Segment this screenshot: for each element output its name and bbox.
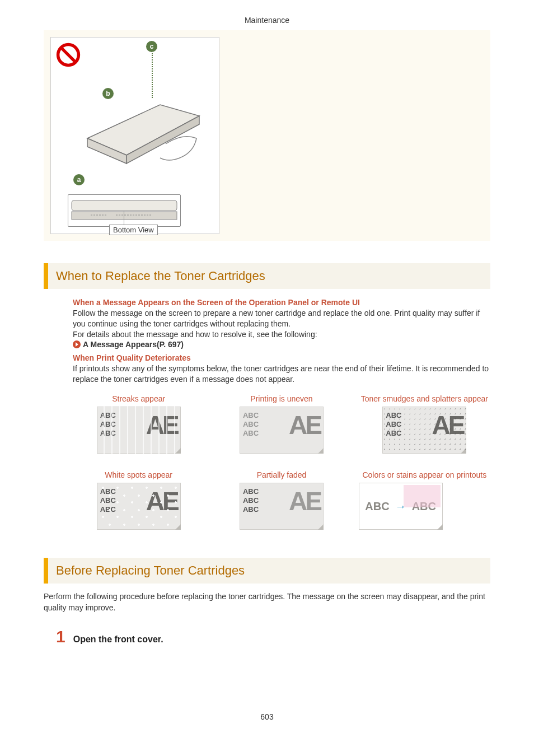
symptom-label: White spots appear xyxy=(73,470,204,479)
symptom-label: Partially faded xyxy=(216,470,347,479)
symptom-label: Colors or stains appear on printouts xyxy=(359,470,490,479)
bottom-view-label: Bottom View xyxy=(109,225,158,235)
symptom-white-spots: White spots appear ABC ABC ABC AE xyxy=(73,470,204,532)
symptom-thumbnail: ABC ABC ABC AE xyxy=(240,483,324,530)
symptom-grid: Streaks appear ABC ABC ABC AE Printing i… xyxy=(73,394,490,532)
symptom-label: Toner smudges and splatters appear xyxy=(359,394,490,403)
section-heading-when-replace: When to Replace the Toner Cartridges xyxy=(44,263,490,289)
cross-reference-link[interactable]: A Message Appears(P. 697) xyxy=(73,340,490,349)
step-text: Open the front cover. xyxy=(73,634,163,645)
symptom-thumbnail: ABC ABC ABC AE xyxy=(97,483,181,530)
svg-rect-5 xyxy=(72,200,177,211)
prohibited-icon xyxy=(55,42,81,68)
symptom-smudges: Toner smudges and splatters appear ABC A… xyxy=(359,394,490,456)
symptom-label: Streaks appear xyxy=(73,394,204,403)
cartridge-caution-figure: c b a Bottom View xyxy=(44,30,490,241)
symptom-colors-stains: Colors or stains appear on printouts ABC… xyxy=(359,470,490,532)
callout-c: c xyxy=(146,41,157,52)
section-heading-before-replace: Before Replacing Toner Cartridges xyxy=(44,558,490,584)
symptom-thumbnail: ABC ABC ABC AE xyxy=(240,407,324,454)
symptom-uneven: Printing is uneven ABC ABC ABC AE xyxy=(216,394,347,456)
paragraph: Follow the message on the screen to prep… xyxy=(73,308,490,329)
page-number: 603 xyxy=(0,645,534,721)
step-number: 1 xyxy=(56,628,65,645)
symptom-thumbnail: ABC ABC ABC AE xyxy=(97,407,181,454)
symptom-thumbnail: ABC → ABC xyxy=(359,483,443,530)
paragraph: If printouts show any of the symptoms be… xyxy=(73,363,490,385)
symptom-label: Printing is uneven xyxy=(216,394,347,403)
play-circle-icon xyxy=(73,340,81,348)
symptom-partially-faded: Partially faded ABC ABC ABC AE xyxy=(216,470,347,532)
breadcrumb-title: Maintenance xyxy=(0,0,534,30)
subheading-quality-deteriorates: When Print Quality Deteriorates xyxy=(73,353,490,362)
svg-line-1 xyxy=(61,48,76,62)
paragraph: For details about the message and how to… xyxy=(73,329,490,340)
paragraph: Perform the following procedure before r… xyxy=(44,591,490,613)
symptom-thumbnail: ABC ABC ABC AE xyxy=(382,407,466,454)
symptom-streaks: Streaks appear ABC ABC ABC AE xyxy=(73,394,204,456)
step-1: 1 Open the front cover. xyxy=(56,628,490,645)
cartridge-illustration xyxy=(82,94,205,172)
link-text: A Message Appears(P. 697) xyxy=(83,340,184,349)
svg-rect-6 xyxy=(72,212,177,220)
cartridge-bottom-illustration xyxy=(68,195,180,226)
subheading-message-appears: When a Message Appears on the Screen of … xyxy=(73,298,490,307)
callout-a: a xyxy=(73,174,85,185)
